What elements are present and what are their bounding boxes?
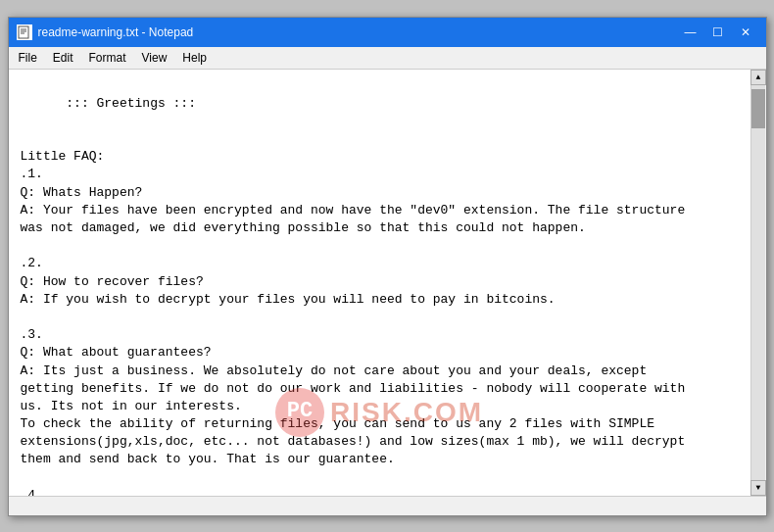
menu-help[interactable]: Help [176, 49, 213, 67]
status-bar [9, 496, 766, 515]
menu-view[interactable]: View [136, 49, 173, 67]
title-bar-left: readme-warning.txt - Notepad [17, 24, 194, 40]
scroll-track[interactable] [751, 85, 765, 480]
scroll-up-arrow[interactable]: ▲ [750, 70, 766, 85]
vertical-scrollbar[interactable]: ▲ ▼ [750, 70, 766, 496]
title-bar-controls: — ☐ ✕ [678, 22, 758, 43]
text-editor[interactable]: ::: Greetings ::: Little FAQ: .1. Q: Wha… [9, 70, 750, 496]
notepad-icon [17, 24, 32, 40]
menu-file[interactable]: File [13, 49, 43, 67]
title-bar: readme-warning.txt - Notepad — ☐ ✕ [9, 18, 766, 47]
close-button[interactable]: ✕ [733, 22, 758, 43]
window-title: readme-warning.txt - Notepad [38, 25, 194, 39]
menu-format[interactable]: Format [83, 49, 132, 67]
scroll-down-arrow[interactable]: ▼ [750, 480, 766, 496]
content-area: ::: Greetings ::: Little FAQ: .1. Q: Wha… [9, 70, 766, 496]
svg-rect-0 [19, 26, 28, 38]
minimize-button[interactable]: — [678, 22, 703, 43]
maximize-button[interactable]: ☐ [705, 22, 731, 43]
notepad-window: readme-warning.txt - Notepad — ☐ ✕ File … [8, 17, 767, 516]
document-text: ::: Greetings ::: Little FAQ: .1. Q: Wha… [21, 96, 686, 496]
scroll-thumb[interactable] [751, 89, 765, 128]
menu-edit[interactable]: Edit [47, 49, 79, 67]
menu-bar: File Edit Format View Help [9, 47, 766, 70]
